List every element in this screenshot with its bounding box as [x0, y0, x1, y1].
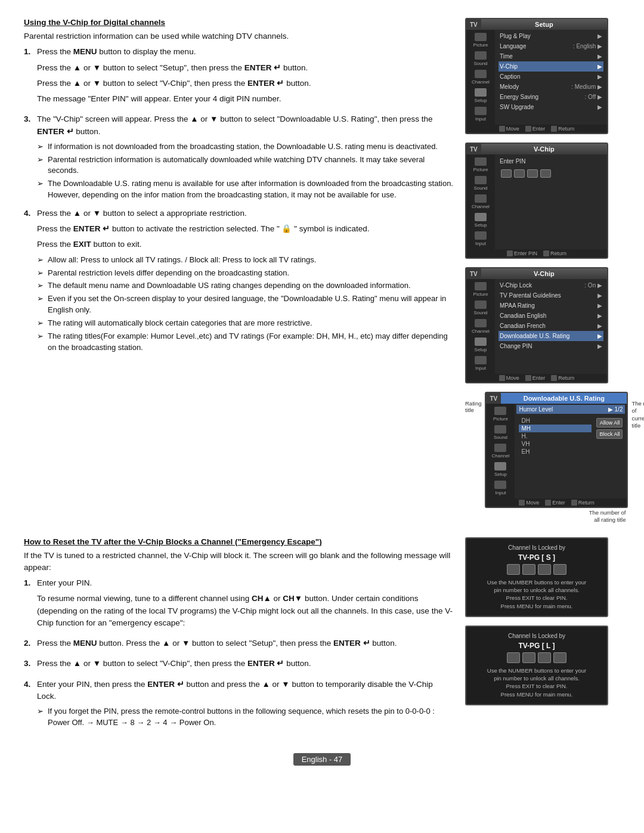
- vchip-row-lock: V-Chip Lock: On ▶: [499, 280, 603, 290]
- rating-label-list: DH MH H. VH EH: [516, 416, 594, 457]
- locked-box-1-3: [538, 564, 551, 575]
- step-4-bullet-2: ➢ Parental restriction levels differ dep…: [37, 268, 453, 279]
- setup-menu-area: Plug & Play▶ Language: English ▶ Time▶ V…: [495, 30, 607, 125]
- nav-picture: Picture: [466, 31, 495, 49]
- reset-bullet-1: ➢ If you forget the PIN, press the remot…: [37, 706, 453, 729]
- step-1-line-3: Press the ▲ or ▼ button to select "V-Chi…: [37, 78, 453, 89]
- locked-box-1-2: [522, 564, 535, 575]
- pin-tv-header: TV V-Chip: [466, 144, 607, 154]
- download-screen-left: Rating title TV Downloadable U.S. Rating: [465, 392, 644, 524]
- step-3-bullet-1: ➢ If information is not downloaded from …: [37, 141, 453, 153]
- step-4-num: 4.: [24, 208, 37, 355]
- setup-screen-container: TV Setup Picture Sound: [465, 18, 620, 134]
- menu-melody: Melody: Medium ▶: [499, 82, 603, 92]
- pin-menu-area: Enter PIN: [495, 154, 607, 249]
- locked-text-2: Use the NUMBER buttons to enter your pin…: [473, 667, 600, 698]
- vchip-nav-picture: Picture: [466, 280, 495, 299]
- step-3-bullet-3: ➢ The Downloadable U.S. rating menu is a…: [37, 178, 453, 201]
- rating-body: DH MH H. VH EH Allow All: [516, 416, 625, 457]
- nav-sound: Sound: [466, 49, 495, 68]
- all-rating-annotation: The number ofall rating title: [465, 509, 644, 524]
- vchip-tv-header: TV V-Chip: [466, 268, 607, 279]
- rating-eh: EH: [519, 448, 592, 456]
- locked-box-1-1: [507, 564, 520, 575]
- step-1-line-4: The message "Enter PIN" will appear. Ent…: [37, 93, 453, 105]
- dl-nav-channel: Channel: [486, 442, 515, 460]
- reset-step-3: 3. Press the ▲ or ▼ button to select "V-…: [24, 658, 453, 673]
- reset-step-3-line: Press the ▲ or ▼ button to select "V-Chi…: [37, 658, 453, 670]
- tv-screens-right: TV Setup Picture Sound: [465, 18, 620, 524]
- reset-step-2: 2. Press the MENU button. Press the ▲ or…: [24, 637, 453, 653]
- reset-step-4-content: Enter your PIN, then press the ENTER ↵ b…: [37, 679, 453, 730]
- step-1-line-2: Press the ▲ or ▼ button to select "Setup…: [37, 62, 453, 74]
- reset-step-4-line: Enter your PIN, then press the ENTER ↵ b…: [37, 679, 453, 703]
- page-number-badge: English - 47: [293, 753, 351, 766]
- vchip-nav-input: Input: [466, 354, 495, 373]
- vchip-row-download: Downloadable U.S. Rating▶: [499, 331, 603, 341]
- pin-tv-footer: Enter PIN Return: [466, 249, 607, 258]
- step-4-bullet-3: ➢ The default menu name and Downloadable…: [37, 280, 453, 292]
- rating-action-btns: Allow All Block All: [594, 416, 625, 457]
- pin-box-4: [540, 169, 551, 178]
- locked-title-2: Channel Is Locked by: [473, 633, 600, 639]
- rating-dh: DH: [519, 417, 592, 425]
- digital-channels-heading: Using the V-Chip for Digital channels: [24, 18, 453, 27]
- vchip-nav-sound: Sound: [466, 299, 495, 317]
- reset-step-1: 1. Enter your PIN. To resume normal view…: [24, 577, 453, 633]
- reset-step-2-content: Press the MENU button. Press the ▲ or ▼ …: [37, 637, 453, 653]
- vchip-tv-screen: TV V-Chip Picture Sound: [465, 267, 608, 383]
- step-4-line-2: Press the ENTER ↵ button to activate the…: [37, 223, 453, 235]
- pin-screen-container: TV V-Chip Picture Sound: [465, 143, 620, 259]
- locked-boxes-1: [473, 564, 600, 575]
- reset-step-4-num: 4.: [24, 679, 37, 730]
- pin-boxes: [501, 169, 603, 178]
- step-4-bullet-4: ➢ Even if you set the On-screen display …: [37, 293, 453, 316]
- step-1: 1. Press the MENU button to display the …: [24, 46, 453, 109]
- setup-tv-header: TV Setup: [466, 19, 607, 30]
- humor-level-label: Humor Level: [519, 406, 553, 413]
- pin-nav-picture: Picture: [466, 156, 495, 174]
- pin-nav-channel: Channel: [466, 193, 495, 211]
- reset-step-3-content: Press the ▲ or ▼ button to select "V-Chi…: [37, 658, 453, 673]
- pin-tv-nav: Picture Sound Channel: [466, 154, 495, 249]
- digital-channels-text: Using the V-Chip for Digital channels Pa…: [24, 18, 453, 524]
- pin-box-2: [514, 169, 525, 178]
- setup-sidebar: Picture Sound Channel: [466, 30, 607, 125]
- block-all-btn[interactable]: Block All: [596, 429, 623, 439]
- menu-vchip: V-Chip▶: [499, 61, 603, 72]
- step-4-bullets: ➢ Allow all: Press to unlock all TV rati…: [37, 255, 453, 354]
- pin-box-3: [527, 169, 538, 178]
- dl-nav-picture: Picture: [486, 405, 515, 423]
- step-3-content: The "V-Chip" screen will appear. Press t…: [37, 113, 453, 203]
- dl-nav-setup: Setup: [486, 460, 515, 479]
- vchip-row-tvpg: TV Parental Guidelines▶: [499, 290, 603, 301]
- vchip-nav-channel: Channel: [466, 317, 495, 336]
- reset-step-1-num: 1.: [24, 577, 37, 633]
- enter-pin-label: Enter PIN: [499, 156, 603, 167]
- reset-step-1-line-2: To resume normal viewing, tune to a diff…: [37, 593, 453, 629]
- reset-step-3-num: 3.: [24, 658, 37, 673]
- rating-title-annotation: Rating title: [465, 392, 481, 413]
- pin-tv-screen: TV V-Chip Picture Sound: [465, 143, 608, 259]
- download-menu-area: Humor Level ▶ 1/2 DH MH H.: [515, 404, 627, 498]
- vchip-row-canen: Canadian English▶: [499, 311, 603, 321]
- step-3-bullet-2: ➢ Parental restriction information is au…: [37, 154, 453, 177]
- digital-channels-section: Using the V-Chip for Digital channels Pa…: [24, 18, 620, 524]
- reset-step-4-bullets: ➢ If you forget the PIN, press the remot…: [37, 706, 453, 729]
- locked-screen-1: Channel Is Locked by TV-PG [ S ] Use the…: [465, 537, 608, 617]
- nav-setup: Setup: [466, 86, 495, 105]
- menu-sw: SW Upgrade▶: [499, 102, 603, 112]
- pin-nav-input: Input: [466, 230, 495, 248]
- rating-h: H.: [519, 432, 592, 440]
- download-rating-annotated: Rating title TV Downloadable U.S. Rating: [465, 392, 620, 524]
- vchip-sidebar: Picture Sound Channel: [466, 279, 607, 374]
- download-rating-screen-wrap: TV Downloadable U.S. Rating Picture: [485, 392, 628, 508]
- step-3-line-1: The "V-Chip" screen will appear. Press t…: [37, 113, 453, 138]
- reset-section: How to Reset the TV after the V-Chip Blo…: [24, 537, 620, 735]
- pin-box-1: [501, 169, 512, 178]
- step-1-line-1: Press the MENU button to display the men…: [37, 46, 453, 58]
- locked-boxes-2: [473, 652, 600, 663]
- allow-all-btn[interactable]: Allow All: [596, 418, 623, 428]
- reset-intro: If the TV is tuned to a restricted chann…: [24, 550, 453, 574]
- reset-step-1-line-1: Enter your PIN.: [37, 577, 453, 589]
